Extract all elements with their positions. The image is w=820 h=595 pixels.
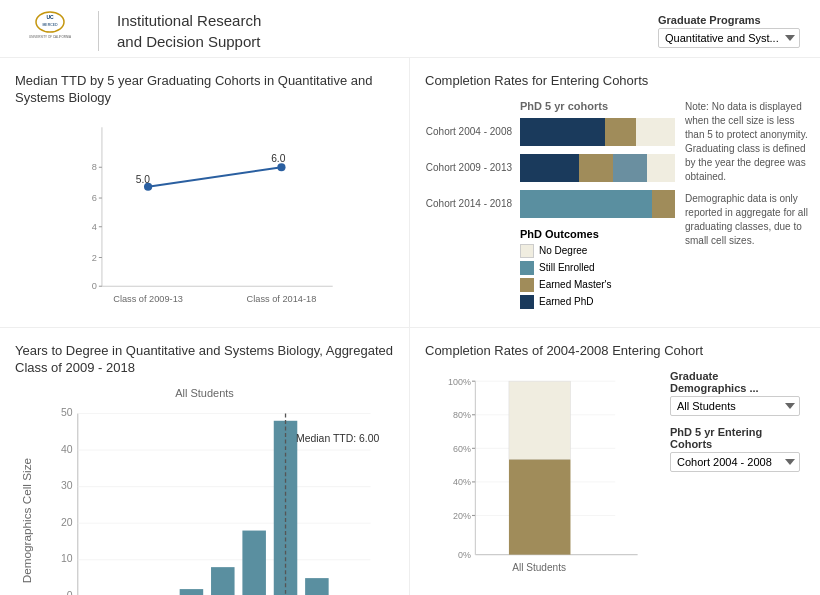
bar-seg-enrolled-2 [613,154,647,182]
bar-7 [305,578,329,595]
bar-seg-phd-1 [520,118,605,146]
bottom-right-quadrant: Completion Rates of 2004-2008 Entering C… [410,328,820,595]
stacked-seg-masters [509,459,571,554]
bar-chart-section: PhD 5 yr cohorts Cohort 2004 - 2008 Coho… [425,100,675,317]
stacked-seg-no-degree [509,381,571,459]
graduate-programs-select[interactable]: Quantitative and Syst... [658,28,800,48]
stacked-bar-svg: 100% 80% 60% 40% 20% 0% [425,370,660,595]
demographics-select[interactable]: All Students [670,396,800,416]
svg-text:80%: 80% [453,410,471,420]
legend-phd: Earned PhD [520,295,675,309]
header: UC MERCED UNIVERSITY OF CALIFORNIA Insti… [0,0,820,58]
line-chart-svg: 0 2 4 6 8 6.0 [15,117,394,317]
cohort-bar-2 [520,154,675,182]
cohort-row-3: Cohort 2014 - 2018 [425,190,675,218]
top-left-quadrant: Median TTD by 5 year Graduating Cohorts … [0,58,410,328]
legend-label-enrolled: Still Enrolled [539,262,595,273]
bottom-right-title: Completion Rates of 2004-2008 Entering C… [425,343,805,360]
chart-point-2 [277,163,285,171]
logo-box: UC MERCED UNIVERSITY OF CALIFORNIA [20,10,80,52]
note-1: Note: No data is displayed when the cell… [685,100,810,184]
bar-seg-masters-3 [652,190,675,218]
cohort-bar-3 [520,190,675,218]
cohort-label-2: Cohort 2009 - 2013 [425,162,520,173]
cohort-row-2: Cohort 2009 - 2013 [425,154,675,182]
svg-text:MERCED: MERCED [42,23,58,27]
svg-text:0: 0 [92,281,97,291]
histogram-subtitle: All Students [15,387,394,399]
legend-color-enrolled [520,261,534,275]
cohort-row-1: Cohort 2004 - 2008 [425,118,675,146]
svg-text:0: 0 [67,590,73,595]
phd-cohort-select[interactable]: Cohort 2004 - 2008 [670,452,800,472]
bar-seg-nodeg-2 [647,154,675,182]
legend-color-masters [520,278,534,292]
legend-title: PhD Outcomes [520,228,675,240]
bar-seg-phd-2 [520,154,579,182]
svg-text:0%: 0% [458,550,471,560]
phd-legend: PhD Outcomes No Degree Still Enrolled Ea… [520,228,675,309]
median-label: Median TTD: 6.00 [296,433,380,444]
bottom-left-quadrant: Years to Degree in Quantitative and Syst… [0,328,410,595]
bar-seg-enrolled-3 [520,190,652,218]
svg-text:5.0: 5.0 [136,173,151,184]
top-right-quadrant: Completion Rates for Entering Cohorts Ph… [410,58,820,328]
svg-line-16 [148,167,281,186]
bar-3 [180,589,204,595]
bottom-x-label: All Students [512,562,566,573]
svg-text:2: 2 [92,252,97,262]
side-notes: Note: No data is displayed when the cell… [675,100,820,317]
bottom-bar-section: 100% 80% 60% 40% 20% 0% [425,370,660,595]
svg-text:40%: 40% [453,477,471,487]
legend-no-degree: No Degree [520,244,675,258]
legend-masters: Earned Master's [520,278,675,292]
svg-text:6.0: 6.0 [271,153,286,164]
svg-text:Class of 2009-13: Class of 2009-13 [113,293,183,303]
bar-seg-nodeg-1 [636,118,675,146]
bar-seg-masters-2 [579,154,613,182]
cohort-label-1: Cohort 2004 - 2008 [425,126,520,137]
phd-cohort-control: PhD 5 yr Entering Cohorts Cohort 2004 - … [670,426,795,472]
phd-cohort-subtitle: PhD 5 yr cohorts [520,100,675,112]
uc-merced-logo: UC MERCED UNIVERSITY OF CALIFORNIA [20,10,80,52]
top-right-inner: PhD 5 yr cohorts Cohort 2004 - 2008 Coho… [425,100,820,317]
legend-color-phd [520,295,534,309]
top-right-title: Completion Rates for Entering Cohorts [425,73,820,90]
svg-text:4: 4 [92,222,97,232]
bottom-left-title: Years to Degree in Quantitative and Syst… [15,343,394,377]
svg-text:UNIVERSITY OF CALIFORNIA: UNIVERSITY OF CALIFORNIA [29,35,71,39]
histogram-svg: Demographics Cell Size 0 10 20 30 40 50 [15,403,394,595]
bar-seg-masters-1 [605,118,636,146]
demographics-label: Graduate Demographics ... [670,370,795,394]
legend-label-masters: Earned Master's [539,279,612,290]
note-2: Demographic data is only reported in agg… [685,192,810,248]
y-axis-label: Demographics Cell Size [20,457,33,583]
svg-text:50: 50 [61,407,73,418]
svg-text:6: 6 [92,193,97,203]
cohort-bar-1 [520,118,675,146]
cohort-label-3: Cohort 2014 - 2018 [425,198,520,209]
line-chart-area: 0 2 4 6 8 6.0 [15,117,394,317]
logo-area: UC MERCED UNIVERSITY OF CALIFORNIA Insti… [20,10,261,52]
bottom-right-controls: Graduate Demographics ... All Students P… [660,370,805,595]
bar-4 [211,567,235,595]
main-content: Median TTD by 5 year Graduating Cohorts … [0,58,820,588]
legend-label-phd: Earned PhD [539,296,593,307]
top-left-title: Median TTD by 5 year Graduating Cohorts … [15,73,394,107]
legend-label-no-degree: No Degree [539,245,587,256]
svg-text:100%: 100% [448,376,471,386]
legend-enrolled: Still Enrolled [520,261,675,275]
svg-text:8: 8 [92,162,97,172]
svg-text:Class of 2014-18: Class of 2014-18 [247,293,317,303]
svg-text:30: 30 [61,480,73,491]
svg-text:10: 10 [61,553,73,564]
histogram-area: Demographics Cell Size 0 10 20 30 40 50 [15,403,394,595]
logo-divider [98,11,99,51]
graduate-programs-label: Graduate Programs [658,14,761,26]
header-right: Graduate Programs Quantitative and Syst.… [658,14,800,48]
svg-text:UC: UC [46,14,54,20]
bottom-right-inner: 100% 80% 60% 40% 20% 0% [425,370,805,595]
phd-cohort-label: PhD 5 yr Entering Cohorts [670,426,795,450]
bar-5 [242,530,266,595]
svg-text:20: 20 [61,516,73,527]
